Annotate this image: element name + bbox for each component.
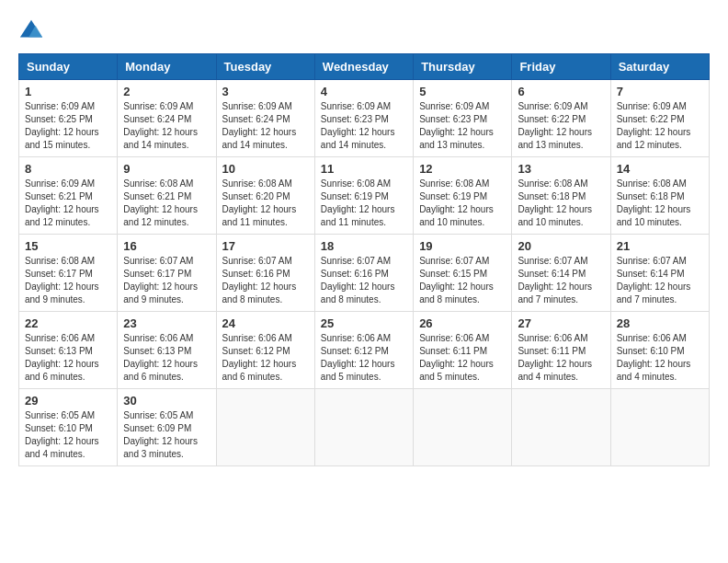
calendar-day: 10 Sunrise: 6:08 AM Sunset: 6:20 PM Dayl… [216,157,314,235]
day-info: Sunrise: 6:09 AM Sunset: 6:23 PM Dayligh… [419,100,506,152]
day-info: Sunrise: 6:06 AM Sunset: 6:11 PM Dayligh… [518,332,604,384]
calendar-day: 24 Sunrise: 6:06 AM Sunset: 6:12 PM Dayl… [216,312,314,389]
day-number: 2 [123,85,210,98]
calendar-day: 21 Sunrise: 6:07 AM Sunset: 6:14 PM Dayl… [610,235,709,312]
day-number: 12 [419,162,506,176]
calendar-week-4: 22 Sunrise: 6:06 AM Sunset: 6:13 PM Dayl… [19,312,710,389]
calendar-day: 6 Sunrise: 6:09 AM Sunset: 6:22 PM Dayli… [512,80,610,157]
day-info: Sunrise: 6:06 AM Sunset: 6:13 PM Dayligh… [123,332,210,384]
calendar-day: 20 Sunrise: 6:07 AM Sunset: 6:14 PM Dayl… [512,235,610,312]
day-number: 30 [123,394,210,408]
weekday-header-tuesday: Tuesday [216,54,314,80]
day-info: Sunrise: 6:08 AM Sunset: 6:18 PM Dayligh… [617,178,703,229]
calendar-day: 27 Sunrise: 6:06 AM Sunset: 6:11 PM Dayl… [512,312,610,389]
calendar-day: 30 Sunrise: 6:05 AM Sunset: 6:09 PM Dayl… [118,389,216,466]
day-number: 17 [222,239,309,253]
calendar-day: 13 Sunrise: 6:08 AM Sunset: 6:18 PM Dayl… [512,157,610,235]
day-info: Sunrise: 6:09 AM Sunset: 6:22 PM Dayligh… [617,100,703,152]
day-number: 6 [518,85,604,98]
page-header [18,18,710,44]
calendar-day: 16 Sunrise: 6:07 AM Sunset: 6:17 PM Dayl… [118,235,216,312]
day-info: Sunrise: 6:07 AM Sunset: 6:16 PM Dayligh… [321,255,407,306]
day-number: 5 [419,85,506,98]
day-info: Sunrise: 6:09 AM Sunset: 6:24 PM Dayligh… [222,100,309,152]
day-number: 10 [222,162,309,176]
day-number: 23 [123,316,210,330]
weekday-header-friday: Friday [512,54,610,80]
calendar-table: SundayMondayTuesdayWednesdayThursdayFrid… [18,53,710,466]
calendar-day: 1 Sunrise: 6:09 AM Sunset: 6:25 PM Dayli… [19,80,118,157]
day-info: Sunrise: 6:07 AM Sunset: 6:14 PM Dayligh… [617,255,703,306]
day-info: Sunrise: 6:06 AM Sunset: 6:12 PM Dayligh… [222,332,309,384]
calendar-week-1: 1 Sunrise: 6:09 AM Sunset: 6:25 PM Dayli… [19,80,710,157]
day-number: 25 [321,316,407,330]
calendar-day: 12 Sunrise: 6:08 AM Sunset: 6:19 PM Dayl… [414,157,512,235]
day-number: 19 [419,239,506,253]
day-number: 20 [518,239,604,253]
day-number: 11 [321,162,407,176]
day-number: 26 [419,316,506,330]
calendar-day: 22 Sunrise: 6:06 AM Sunset: 6:13 PM Dayl… [19,312,118,389]
day-info: Sunrise: 6:07 AM Sunset: 6:15 PM Dayligh… [419,255,506,306]
logo [18,18,48,44]
calendar-day [610,389,709,466]
calendar-day: 3 Sunrise: 6:09 AM Sunset: 6:24 PM Dayli… [216,80,314,157]
calendar-day: 5 Sunrise: 6:09 AM Sunset: 6:23 PM Dayli… [414,80,512,157]
weekday-header-row: SundayMondayTuesdayWednesdayThursdayFrid… [19,54,710,80]
calendar-day: 18 Sunrise: 6:07 AM Sunset: 6:16 PM Dayl… [314,235,413,312]
calendar-day: 2 Sunrise: 6:09 AM Sunset: 6:24 PM Dayli… [118,80,216,157]
day-info: Sunrise: 6:07 AM Sunset: 6:14 PM Dayligh… [518,255,604,306]
day-number: 9 [123,162,210,176]
weekday-header-thursday: Thursday [414,54,512,80]
day-info: Sunrise: 6:09 AM Sunset: 6:21 PM Dayligh… [25,178,111,229]
day-number: 13 [518,162,604,176]
day-info: Sunrise: 6:08 AM Sunset: 6:19 PM Dayligh… [419,178,506,229]
day-info: Sunrise: 6:08 AM Sunset: 6:19 PM Dayligh… [321,178,407,229]
calendar-day [414,389,512,466]
day-info: Sunrise: 6:05 AM Sunset: 6:10 PM Dayligh… [25,409,111,461]
day-info: Sunrise: 6:06 AM Sunset: 6:12 PM Dayligh… [321,332,407,384]
day-info: Sunrise: 6:06 AM Sunset: 6:11 PM Dayligh… [419,332,506,384]
day-info: Sunrise: 6:08 AM Sunset: 6:18 PM Dayligh… [518,178,604,229]
day-number: 1 [25,85,111,98]
day-number: 24 [222,316,309,330]
calendar-day [512,389,610,466]
day-info: Sunrise: 6:07 AM Sunset: 6:16 PM Dayligh… [222,255,309,306]
weekday-header-sunday: Sunday [19,54,118,80]
day-number: 14 [617,162,703,176]
calendar-day: 28 Sunrise: 6:06 AM Sunset: 6:10 PM Dayl… [610,312,709,389]
day-info: Sunrise: 6:06 AM Sunset: 6:10 PM Dayligh… [617,332,703,384]
day-info: Sunrise: 6:09 AM Sunset: 6:22 PM Dayligh… [518,100,604,152]
day-info: Sunrise: 6:05 AM Sunset: 6:09 PM Dayligh… [123,409,210,461]
calendar-week-5: 29 Sunrise: 6:05 AM Sunset: 6:10 PM Dayl… [19,389,710,466]
day-info: Sunrise: 6:09 AM Sunset: 6:23 PM Dayligh… [321,100,407,152]
day-info: Sunrise: 6:09 AM Sunset: 6:24 PM Dayligh… [123,100,210,152]
calendar-day: 19 Sunrise: 6:07 AM Sunset: 6:15 PM Dayl… [414,235,512,312]
day-number: 21 [617,239,703,253]
day-number: 28 [617,316,703,330]
weekday-header-wednesday: Wednesday [314,54,413,80]
day-number: 16 [123,239,210,253]
calendar-day: 4 Sunrise: 6:09 AM Sunset: 6:23 PM Dayli… [314,80,413,157]
calendar-day: 26 Sunrise: 6:06 AM Sunset: 6:11 PM Dayl… [414,312,512,389]
day-info: Sunrise: 6:06 AM Sunset: 6:13 PM Dayligh… [25,332,111,384]
calendar-day [216,389,314,466]
day-number: 3 [222,85,309,98]
day-number: 22 [25,316,111,330]
calendar-day: 9 Sunrise: 6:08 AM Sunset: 6:21 PM Dayli… [118,157,216,235]
day-info: Sunrise: 6:09 AM Sunset: 6:25 PM Dayligh… [25,100,111,152]
day-info: Sunrise: 6:08 AM Sunset: 6:21 PM Dayligh… [123,178,210,229]
day-info: Sunrise: 6:08 AM Sunset: 6:17 PM Dayligh… [25,255,111,306]
day-number: 18 [321,239,407,253]
calendar-day: 11 Sunrise: 6:08 AM Sunset: 6:19 PM Dayl… [314,157,413,235]
calendar-day: 14 Sunrise: 6:08 AM Sunset: 6:18 PM Dayl… [610,157,709,235]
calendar-day: 25 Sunrise: 6:06 AM Sunset: 6:12 PM Dayl… [314,312,413,389]
day-number: 29 [25,394,111,408]
day-info: Sunrise: 6:08 AM Sunset: 6:20 PM Dayligh… [222,178,309,229]
logo-icon [18,18,44,44]
weekday-header-saturday: Saturday [610,54,709,80]
day-number: 7 [617,85,703,98]
day-number: 15 [25,239,111,253]
day-number: 8 [25,162,111,176]
calendar-week-3: 15 Sunrise: 6:08 AM Sunset: 6:17 PM Dayl… [19,235,710,312]
